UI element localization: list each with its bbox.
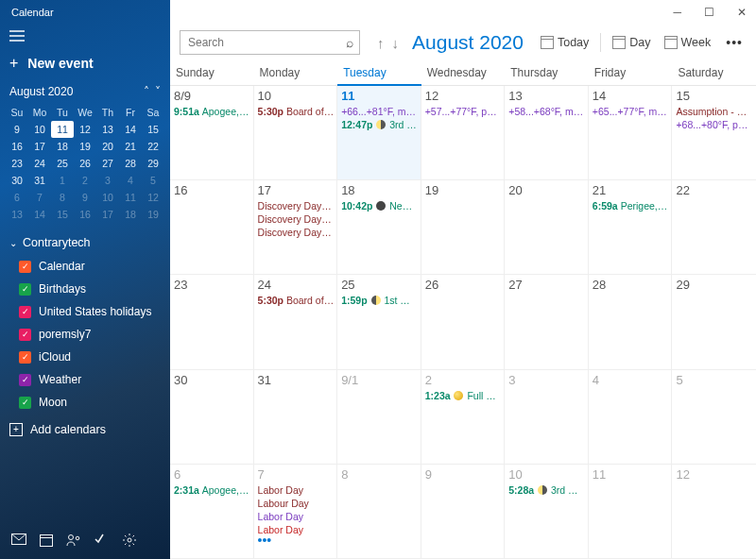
mini-day[interactable]: 25 <box>51 155 74 172</box>
checkbox-icon[interactable]: ✓ <box>19 329 31 341</box>
day-cell[interactable]: 12 <box>672 465 756 559</box>
mini-day[interactable]: 11 <box>51 121 74 138</box>
maximize-button[interactable]: ☐ <box>700 4 718 21</box>
event-item[interactable]: 1:59p 1st Quart <box>341 294 418 307</box>
day-cell[interactable]: 12+57...+77°F, partly c <box>421 86 506 180</box>
mini-day[interactable]: 30 <box>6 172 28 189</box>
event-item[interactable]: 6:59a Perigee, 225, <box>593 199 669 212</box>
day-cell[interactable]: 21:23a Full moon <box>421 370 506 465</box>
day-cell[interactable]: 245:30p Board of Edu <box>254 275 338 369</box>
event-item[interactable]: +58...+68°F, moder <box>508 105 585 118</box>
event-item[interactable]: +68...+80°F, patchy <box>676 118 753 131</box>
mini-next-icon[interactable]: ˅ <box>155 85 161 98</box>
prev-period-icon[interactable]: ↑ <box>377 35 385 51</box>
mini-day[interactable]: 24 <box>28 155 51 172</box>
event-item[interactable]: 10:42p New mo <box>341 199 418 212</box>
day-cell[interactable]: 105:28a 3rd Quart <box>505 465 589 559</box>
mini-day[interactable]: 31 <box>28 172 51 189</box>
mini-day[interactable]: 20 <box>96 138 119 155</box>
day-cell[interactable]: 31 <box>254 370 338 465</box>
event-item[interactable]: +66...+81°F, moder <box>341 105 418 118</box>
event-item[interactable]: 5:30p Board of Edu <box>258 294 335 307</box>
mini-day[interactable]: 14 <box>119 121 142 138</box>
checkbox-icon[interactable]: ✓ <box>19 397 31 409</box>
hamburger-icon[interactable] <box>0 25 170 47</box>
day-cell[interactable]: 7Labor DayLabour DayLabor DayLabor Day••… <box>254 465 338 559</box>
calendar-item[interactable]: ✓Calendar <box>9 255 161 278</box>
mini-day[interactable]: 17 <box>28 138 51 155</box>
mini-day[interactable]: 15 <box>51 206 74 223</box>
calendar-item[interactable]: ✓iCloud <box>9 346 161 368</box>
mini-day[interactable]: 10 <box>96 189 119 206</box>
mini-day[interactable]: 11 <box>119 189 142 206</box>
day-cell[interactable]: 23 <box>170 275 254 369</box>
day-cell[interactable]: 1810:42p New mo <box>337 180 421 275</box>
mini-day[interactable]: 29 <box>142 155 164 172</box>
mini-day[interactable]: 10 <box>28 121 51 138</box>
day-cell[interactable]: 8 <box>337 465 421 559</box>
day-cell[interactable]: 22 <box>672 180 756 275</box>
mini-day[interactable]: 9 <box>6 121 28 138</box>
mini-day[interactable]: 21 <box>119 138 142 155</box>
mini-day[interactable]: 17 <box>96 206 119 223</box>
event-item[interactable]: 1:23a Full moon <box>425 389 502 402</box>
calendar-item[interactable]: ✓Moon <box>9 391 161 414</box>
mini-day[interactable]: 5 <box>142 172 164 189</box>
mini-day[interactable]: 2 <box>74 172 96 189</box>
day-cell[interactable]: 3 <box>505 370 589 465</box>
mini-day[interactable]: 23 <box>6 155 28 172</box>
mini-day[interactable]: 13 <box>96 121 119 138</box>
mini-calendar-title[interactable]: August 2020 <box>9 85 73 98</box>
day-cell[interactable]: 30 <box>170 370 254 465</box>
event-item[interactable]: 5:28a 3rd Quart <box>508 483 585 497</box>
event-item[interactable]: Labor Day <box>258 483 335 497</box>
mini-day[interactable]: 22 <box>142 138 164 155</box>
mini-day[interactable]: 26 <box>74 155 96 172</box>
mini-day[interactable]: 9 <box>74 189 96 206</box>
mini-day[interactable]: 14 <box>28 206 51 223</box>
day-cell[interactable]: 4 <box>589 370 673 465</box>
mini-day[interactable]: 19 <box>74 138 96 155</box>
next-period-icon[interactable]: ↓ <box>392 35 400 51</box>
day-cell[interactable]: 29 <box>672 275 756 369</box>
day-cell[interactable]: 11 <box>589 465 673 559</box>
day-cell[interactable]: 14+65...+77°F, moder <box>589 86 673 180</box>
checkbox-icon[interactable]: ✓ <box>19 351 31 364</box>
checkbox-icon[interactable]: ✓ <box>19 374 31 386</box>
new-event-button[interactable]: + New event <box>0 47 170 79</box>
day-cell[interactable]: 216:59a Perigee, 225, <box>589 180 673 275</box>
day-cell[interactable]: 28 <box>589 275 673 369</box>
mini-day[interactable]: 1 <box>51 172 74 189</box>
event-item[interactable]: Assumption - Weste <box>676 105 753 118</box>
day-cell[interactable]: 19 <box>421 180 506 275</box>
period-title[interactable]: August 2020 <box>412 31 524 54</box>
event-item[interactable]: 9:51a Apogee, 251, <box>174 105 250 118</box>
day-view-button[interactable]: Day <box>610 33 652 52</box>
mini-day[interactable]: 27 <box>96 155 119 172</box>
mini-day[interactable]: 28 <box>119 155 142 172</box>
event-item[interactable]: Discovery Day (Yuk <box>258 226 335 239</box>
mini-day[interactable]: 16 <box>74 206 96 223</box>
mini-day[interactable]: 3 <box>96 172 119 189</box>
calendar-item[interactable]: ✓United States holidays <box>9 300 161 323</box>
day-cell[interactable]: 8/99:51a Apogee, 251, <box>170 86 254 180</box>
event-item[interactable]: 5:30p Board of Edu <box>258 105 335 118</box>
day-cell[interactable]: 105:30p Board of Edu <box>254 86 338 180</box>
day-cell[interactable]: 26 <box>421 275 506 369</box>
more-button[interactable]: ••• <box>722 35 747 50</box>
day-cell[interactable]: 62:31a Apogee, 252, <box>170 465 254 559</box>
day-cell[interactable]: 9 <box>421 465 506 559</box>
event-item[interactable]: +65...+77°F, moder <box>593 105 669 118</box>
todo-icon[interactable] <box>94 534 110 550</box>
close-button[interactable]: ✕ <box>733 4 750 21</box>
today-button[interactable]: Today <box>539 33 591 52</box>
mini-day[interactable]: 13 <box>6 206 28 223</box>
mini-day[interactable]: 18 <box>51 138 74 155</box>
day-cell[interactable]: 17Discovery Day (YukDiscovery Day (YukDi… <box>254 180 338 275</box>
mini-day[interactable]: 16 <box>6 138 28 155</box>
mini-prev-icon[interactable]: ˄ <box>144 85 149 98</box>
day-cell[interactable]: 15Assumption - Weste+68...+80°F, patchy <box>672 86 756 180</box>
day-cell[interactable]: 27 <box>505 275 589 369</box>
add-calendars-button[interactable]: + Add calendars <box>0 414 170 444</box>
day-cell[interactable]: 13+58...+68°F, moder <box>505 86 589 180</box>
